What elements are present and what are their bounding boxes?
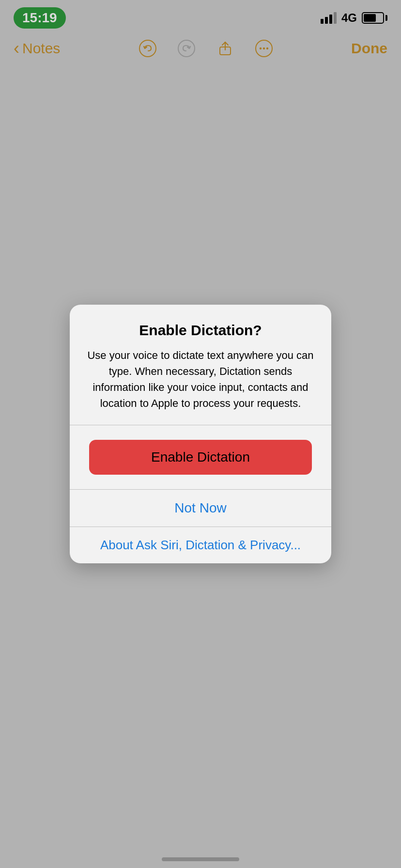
alert-overlay: Enable Dictation? Use your voice to dict… [0, 0, 401, 868]
alert-buttons: Enable Dictation Not Now About Ask Siri,… [70, 425, 331, 563]
enable-dictation-button[interactable]: Enable Dictation [89, 440, 312, 475]
home-indicator [162, 857, 239, 861]
primary-button-wrap: Enable Dictation [70, 425, 331, 489]
alert-title: Enable Dictation? [87, 322, 314, 339]
alert-content: Enable Dictation? Use your voice to dict… [70, 305, 331, 425]
alert-dialog: Enable Dictation? Use your voice to dict… [70, 305, 331, 563]
not-now-button[interactable]: Not Now [70, 490, 331, 527]
alert-message: Use your voice to dictate text anywhere … [87, 347, 314, 411]
privacy-link-button[interactable]: About Ask Siri, Dictation & Privacy... [70, 527, 331, 563]
